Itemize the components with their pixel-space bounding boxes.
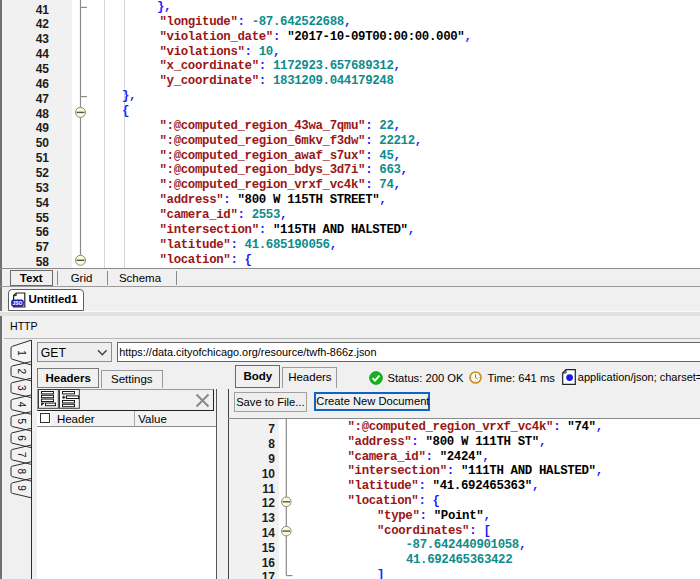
svg-text:2: 2 [16,368,27,374]
svg-text:7: 7 [16,452,27,458]
svg-text:6: 6 [16,435,27,441]
svg-text:5: 5 [16,419,27,425]
svg-text:1: 1 [16,350,27,356]
svg-text:4: 4 [16,402,27,408]
svg-text:9: 9 [16,485,27,491]
svg-text:8: 8 [16,469,27,475]
svg-text:3: 3 [16,385,27,391]
